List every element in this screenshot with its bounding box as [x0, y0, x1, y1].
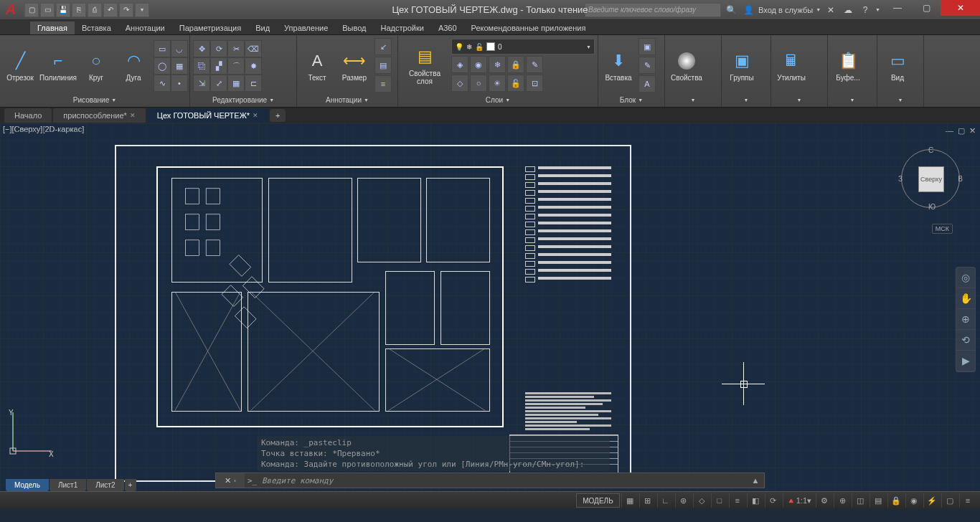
polar-toggle-icon[interactable]: ⊛: [675, 493, 692, 508]
stretch-icon[interactable]: ⇲: [193, 75, 210, 92]
layer-uniso-icon[interactable]: ◇: [451, 75, 468, 92]
anno-monitor-icon[interactable]: ⊕: [834, 493, 850, 508]
qat-plot-icon[interactable]: ⎙: [88, 3, 102, 17]
layer-state-icon[interactable]: ⊡: [526, 75, 543, 92]
dimension-button[interactable]: ⟷Размер: [337, 48, 372, 83]
signin-icon[interactable]: 👤: [741, 3, 755, 17]
cmd-recent-icon[interactable]: ▲: [747, 476, 764, 485]
groups-button[interactable]: ▣Группы: [725, 48, 759, 83]
search-icon[interactable]: 🔍: [724, 3, 738, 17]
drawing-viewport[interactable]: [−][Сверху][2D-каркас] — ▢ ✕ Сверху С Ю …: [0, 123, 980, 491]
ribbon-tab-a360[interactable]: A360: [431, 22, 464, 34]
ucs-icon[interactable]: Y X: [6, 408, 56, 458]
wcs-label[interactable]: МСК: [932, 224, 953, 234]
grid-toggle-icon[interactable]: ▦: [621, 493, 638, 508]
ribbon-tab-insert[interactable]: Вставка: [75, 22, 118, 34]
anno-scale[interactable]: 🔺 1:1 ▾: [783, 493, 814, 508]
steering-wheel-icon[interactable]: ◎: [956, 267, 975, 288]
model-space-button[interactable]: МОДЕЛЬ: [576, 493, 619, 508]
copy-icon[interactable]: ⿻: [193, 57, 210, 75]
doc-tab-2[interactable]: Цех ГОТОВЫЙ ЧЕРТЕЖ*✕: [147, 108, 268, 123]
lineweight-toggle-icon[interactable]: ≡: [729, 493, 745, 508]
ribbon-tab-parametric[interactable]: Параметризация: [172, 22, 248, 34]
attrib-icon[interactable]: A: [639, 75, 656, 92]
qat-saveas-icon[interactable]: ⎘: [72, 3, 86, 17]
close-button[interactable]: ✕: [941, 0, 980, 16]
move-icon[interactable]: ✥: [193, 40, 210, 57]
layer-unlock-icon[interactable]: 🔓: [507, 75, 524, 92]
line-button[interactable]: ╱Отрезок: [3, 48, 37, 83]
mtext-icon[interactable]: ≡: [374, 75, 392, 92]
cloud-icon[interactable]: ☁: [841, 3, 855, 17]
paste-button[interactable]: 📋Буфе...: [831, 48, 865, 83]
layer-iso-icon[interactable]: ◈: [451, 56, 468, 73]
table-icon[interactable]: ▤: [374, 57, 392, 74]
layer-on-icon[interactable]: ○: [470, 75, 487, 92]
circle-button[interactable]: ○Круг: [79, 48, 113, 83]
erase-icon[interactable]: ⌫: [245, 40, 262, 57]
close-tab-icon[interactable]: ✕: [130, 112, 136, 119]
explode-icon[interactable]: ✸: [245, 57, 262, 75]
layer-thaw-icon[interactable]: ☀: [489, 75, 506, 92]
utils-button[interactable]: 🖩Утилиты: [774, 48, 809, 83]
qat-new-icon[interactable]: ▢: [24, 3, 39, 17]
workspace-icon[interactable]: ⚙: [816, 493, 832, 508]
ribbon-tab-manage[interactable]: Управление: [277, 22, 335, 34]
maximize-button[interactable]: ▢: [912, 0, 941, 16]
polyline-button[interactable]: ⌐Полилиния: [40, 48, 76, 83]
qat-save-icon[interactable]: 💾: [56, 3, 70, 17]
command-line[interactable]: ✕ › Введите команду ▲: [215, 473, 765, 488]
viewcube[interactable]: Сверху С Ю В З: [898, 146, 963, 211]
ribbon-tab-addins[interactable]: Надстройки: [374, 22, 431, 34]
leader-icon[interactable]: ↙: [374, 38, 392, 55]
rotate-icon[interactable]: ⟳: [210, 40, 227, 57]
command-input[interactable]: Введите команду: [245, 476, 747, 485]
doc-tab-1[interactable]: приспособление*✕: [53, 108, 146, 123]
ribbon-tab-output[interactable]: Вывод: [335, 22, 373, 34]
customize-icon[interactable]: ≡: [959, 493, 976, 508]
ellipse-icon[interactable]: ◯: [154, 57, 171, 75]
layer-lock-icon[interactable]: 🔒: [507, 56, 524, 73]
cmd-close-icon[interactable]: ✕ ›: [216, 473, 245, 488]
orbit-icon[interactable]: ⟲: [956, 330, 975, 351]
arc-small-icon[interactable]: ◡: [171, 40, 188, 57]
layer-freeze-icon[interactable]: ❄: [489, 56, 506, 73]
view-button[interactable]: ▭Вид: [880, 48, 915, 83]
layout-add-button[interactable]: +: [125, 479, 136, 491]
app-menu-button[interactable]: A: [0, 0, 22, 19]
rect-icon[interactable]: ▭: [154, 40, 171, 57]
ribbon-tab-view[interactable]: Вид: [248, 22, 277, 34]
fillet-icon[interactable]: ⌒: [227, 57, 245, 75]
layout-tab-2[interactable]: Лист2: [87, 479, 123, 491]
doc-tab-start[interactable]: Начало: [4, 108, 52, 123]
app-logo-large[interactable]: [0, 19, 29, 34]
layout-tab-model[interactable]: Модель: [6, 479, 49, 491]
transparency-toggle-icon[interactable]: ◧: [747, 493, 763, 508]
trim-icon[interactable]: ✂: [227, 40, 245, 57]
qat-redo-icon[interactable]: ↷: [119, 3, 133, 17]
showmotion-icon[interactable]: ▶: [956, 351, 975, 371]
insert-button[interactable]: ⬇Вставка: [601, 48, 636, 83]
close-tab-icon[interactable]: ✕: [253, 112, 258, 119]
osnap-toggle-icon[interactable]: □: [711, 493, 727, 508]
text-button[interactable]: AТекст: [300, 48, 334, 83]
layer-props-button[interactable]: ▤Свойства слоя: [401, 44, 448, 87]
zoom-extents-icon[interactable]: ⊕: [956, 309, 975, 330]
layout-tab-1[interactable]: Лист1: [50, 479, 86, 491]
minimize-button[interactable]: —: [883, 0, 912, 16]
help-icon[interactable]: ?: [858, 3, 872, 17]
ribbon-tab-annotate[interactable]: Аннотации: [118, 22, 172, 34]
clean-screen-icon[interactable]: ▢: [941, 493, 958, 508]
qat-undo-icon[interactable]: ↶: [103, 3, 118, 17]
exchange-icon[interactable]: ✕: [824, 3, 838, 17]
quick-props-icon[interactable]: ▤: [870, 493, 886, 508]
pan-icon[interactable]: ✋: [956, 288, 975, 309]
scale-icon[interactable]: ⤢: [210, 75, 227, 92]
ribbon-tab-home[interactable]: Главная: [30, 22, 75, 34]
ribbon-tab-featured[interactable]: Рекомендованные приложения: [464, 22, 593, 34]
mirror-icon[interactable]: ▞: [210, 57, 227, 75]
qat-more-icon[interactable]: ▼: [135, 3, 149, 17]
isoplane-toggle-icon[interactable]: ◇: [693, 493, 710, 508]
edit-block-icon[interactable]: ✎: [639, 57, 656, 74]
spline-icon[interactable]: ∿: [154, 75, 171, 92]
